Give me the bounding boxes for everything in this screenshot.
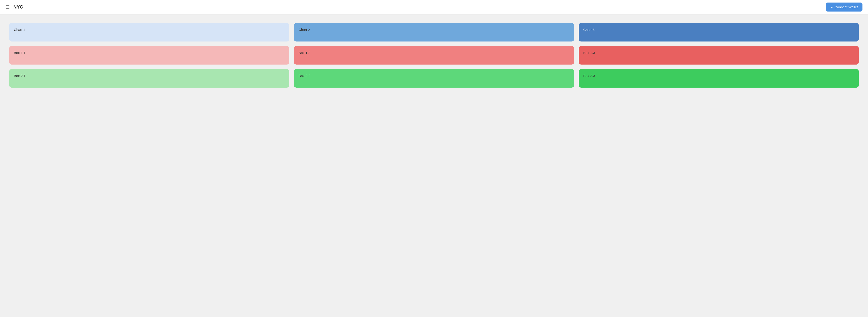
box-row-2: Box 2.1 Box 2.2 Box 2.3 — [9, 69, 859, 88]
box-1-2-card: Box 1.2 — [294, 46, 574, 65]
box-row-1: Box 1.1 Box 1.2 Box 1.3 — [9, 46, 859, 65]
connect-wallet-button[interactable]: ⌁ Connect Wallet — [826, 3, 863, 11]
connect-wallet-label: Connect Wallet — [835, 5, 858, 9]
box-1-3-label: Box 1.3 — [583, 51, 595, 55]
wallet-icon: ⌁ — [830, 5, 833, 9]
box-2-2-card: Box 2.2 — [294, 69, 574, 88]
box-2-3-label: Box 2.3 — [583, 74, 595, 78]
box-1-1-card: Box 1.1 — [9, 46, 289, 65]
box-1-2-label: Box 1.2 — [299, 51, 310, 55]
box-2-1-label: Box 2.1 — [14, 74, 26, 78]
chart-3-label: Chart 3 — [583, 28, 595, 32]
box-2-1-card: Box 2.1 — [9, 69, 289, 88]
chart-2-label: Chart 2 — [299, 28, 310, 32]
chart-1-card: Chart 1 — [9, 23, 289, 41]
box-1-3-card: Box 1.3 — [579, 46, 859, 65]
chart-1-label: Chart 1 — [14, 28, 25, 32]
main-content: Chart 1 Chart 2 Chart 3 Box 1.1 Box 1.2 … — [0, 14, 868, 101]
box-1-1-label: Box 1.1 — [14, 51, 26, 55]
charts-row: Chart 1 Chart 2 Chart 3 — [9, 23, 859, 41]
chart-3-card: Chart 3 — [579, 23, 859, 41]
app-title: NYC — [13, 4, 23, 10]
hamburger-icon[interactable]: ☰ — [5, 4, 10, 10]
navbar: ☰ NYC ⌁ Connect Wallet — [0, 0, 868, 14]
box-2-2-label: Box 2.2 — [299, 74, 310, 78]
box-2-3-card: Box 2.3 — [579, 69, 859, 88]
navbar-left: ☰ NYC — [5, 4, 23, 10]
chart-2-card: Chart 2 — [294, 23, 574, 41]
